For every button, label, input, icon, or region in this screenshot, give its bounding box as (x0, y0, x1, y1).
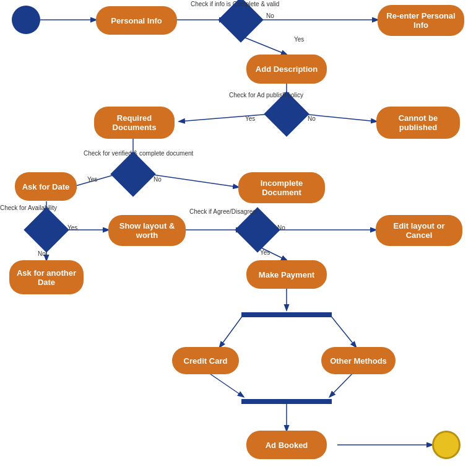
ad-booked-node: Ad Booked (246, 431, 327, 459)
required-docs-node: Required Documents (94, 107, 175, 139)
yes-label-3: Yes (87, 176, 97, 183)
personal-info-node: Personal Info (96, 6, 177, 35)
check-info-label: Check if info is Complete & valid (191, 0, 279, 8)
yes-label-4: Yes (67, 224, 77, 231)
no-label-3: No (154, 176, 162, 183)
other-methods-node: Other Methods (321, 347, 396, 374)
ask-another-date-node: Ask for another Date (9, 260, 84, 294)
end-node (432, 431, 461, 459)
check-docs-label: Check for verified & complete document (84, 150, 193, 157)
check-publish-label: Check for Ad publish policy (229, 92, 303, 99)
incomplete-doc-node: Incomplete Document (238, 172, 325, 203)
check-agree-label: Check if Agree/Disagree (189, 208, 256, 216)
svg-line-19 (330, 315, 356, 347)
flowchart-diagram: Personal Info Check if info is Complete … (0, 0, 476, 474)
yes-label-1: Yes (294, 36, 304, 43)
svg-line-4 (241, 36, 287, 55)
start-node (12, 6, 40, 34)
svg-line-7 (180, 114, 270, 121)
check-docs-diamond (110, 151, 156, 197)
no-label-4: No (38, 250, 46, 257)
svg-line-18 (220, 315, 243, 347)
ask-date-node: Ask for Date (15, 172, 77, 201)
svg-line-9 (149, 174, 238, 187)
yes-label-5: Yes (260, 249, 270, 256)
show-layout-node: Show layout & worth (108, 215, 186, 246)
credit-card-node: Credit Card (172, 347, 239, 374)
add-description-node: Add Description (246, 55, 327, 84)
edit-layout-node: Edit layout or Cancel (376, 215, 462, 246)
check-avail-diamond (24, 207, 69, 253)
cannot-published-node: Cannot be published (376, 107, 460, 139)
fork-bar (241, 312, 332, 317)
join-bar (241, 399, 332, 404)
re-enter-node: Re-enter Personal Info (378, 5, 464, 36)
no-label-5: No (277, 224, 285, 231)
no-label-1: No (266, 12, 274, 19)
no-label-2: No (308, 115, 316, 122)
make-payment-node: Make Payment (246, 260, 327, 289)
yes-label-2: Yes (245, 115, 255, 122)
